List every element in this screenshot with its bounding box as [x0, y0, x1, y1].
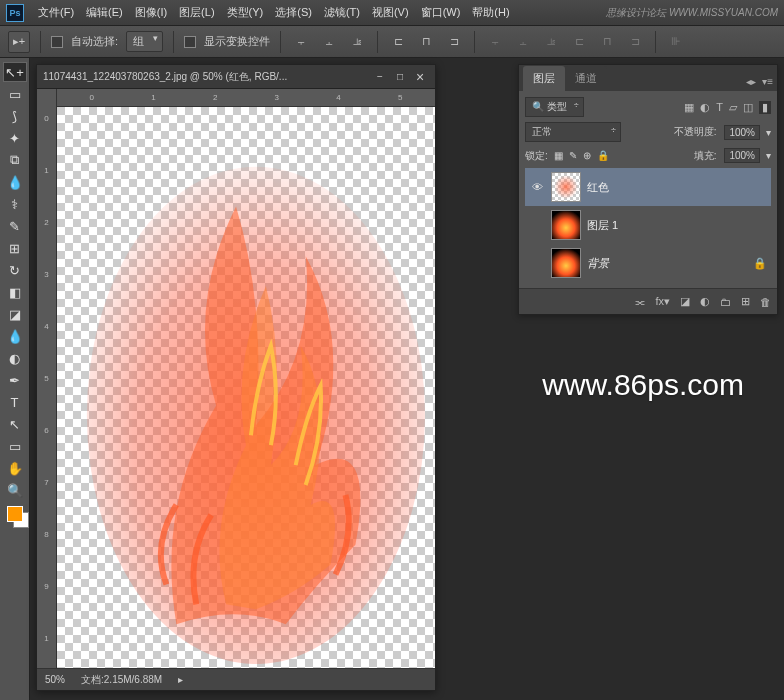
heal-tool[interactable]: ⚕: [3, 194, 27, 214]
menu-edit[interactable]: 编辑(E): [80, 5, 129, 20]
menu-view[interactable]: 视图(V): [366, 5, 415, 20]
lock-all-icon[interactable]: 🔒: [597, 150, 609, 161]
status-arrow-icon[interactable]: ▸: [178, 674, 183, 685]
canvas[interactable]: [57, 107, 435, 668]
dist-1-icon[interactable]: ⫟: [485, 32, 505, 52]
auto-select-checkbox[interactable]: [51, 36, 63, 48]
window-close-icon[interactable]: ×: [411, 70, 429, 84]
layer-thumb[interactable]: [551, 210, 581, 240]
wand-tool[interactable]: ✦: [3, 128, 27, 148]
visibility-icon[interactable]: 👁: [529, 181, 545, 193]
window-min-icon[interactable]: −: [371, 70, 389, 84]
transform-label: 显示变换控件: [204, 34, 270, 49]
tab-layers[interactable]: 图层: [523, 66, 565, 91]
layer-name[interactable]: 背景: [587, 256, 747, 271]
fill-input[interactable]: 100%: [724, 148, 760, 163]
brush-tool[interactable]: ✎: [3, 216, 27, 236]
tools-panel: ↖+ ▭ ⟆ ✦ ⧉ 💧 ⚕ ✎ ⊞ ↻ ◧ ◪ 💧 ◐ ✒ T ↖ ▭ ✋ 🔍: [0, 58, 30, 700]
dist-6-icon[interactable]: ⊐: [625, 32, 645, 52]
align-hcenter-icon[interactable]: ⊓: [416, 32, 436, 52]
menu-help[interactable]: 帮助(H): [466, 5, 515, 20]
menu-layer[interactable]: 图层(L): [173, 5, 220, 20]
pen-tool[interactable]: ✒: [3, 370, 27, 390]
lock-move-icon[interactable]: ⊕: [583, 150, 591, 161]
align-right-icon[interactable]: ⊐: [444, 32, 464, 52]
lock-icon: 🔒: [753, 257, 767, 270]
panel-menu-icon[interactable]: ▾≡: [762, 76, 773, 87]
window-max-icon[interactable]: □: [391, 70, 409, 84]
filter-shape-icon[interactable]: ▱: [729, 101, 737, 114]
mask-icon[interactable]: ◪: [680, 295, 690, 308]
fx-icon[interactable]: fx▾: [655, 295, 670, 308]
eyedropper-tool[interactable]: 💧: [3, 172, 27, 192]
lock-trans-icon[interactable]: ▦: [554, 150, 563, 161]
lock-label: 锁定:: [525, 149, 548, 163]
document-tab[interactable]: 11074431_122403780263_2.jpg @ 50% (红色, R…: [37, 65, 435, 89]
align-left-icon[interactable]: ⊏: [388, 32, 408, 52]
menu-select[interactable]: 选择(S): [269, 5, 318, 20]
layer-row[interactable]: 图层 1: [525, 206, 771, 244]
filter-toggle[interactable]: ▮: [759, 101, 771, 114]
auto-select-dropdown[interactable]: 组: [126, 31, 163, 52]
layer-name[interactable]: 图层 1: [587, 218, 767, 233]
dist-2-icon[interactable]: ⫠: [513, 32, 533, 52]
zoom-value[interactable]: 50%: [45, 674, 65, 685]
opacity-input[interactable]: 100%: [724, 125, 760, 140]
lock-paint-icon[interactable]: ✎: [569, 150, 577, 161]
layer-row[interactable]: 👁 红色: [525, 168, 771, 206]
transform-checkbox[interactable]: [184, 36, 196, 48]
menu-window[interactable]: 窗口(W): [415, 5, 467, 20]
arrange-icon[interactable]: ⊪: [666, 32, 686, 52]
color-swatches[interactable]: [7, 506, 23, 538]
history-brush-tool[interactable]: ↻: [3, 260, 27, 280]
layer-name[interactable]: 红色: [587, 180, 767, 195]
align-top-icon[interactable]: ⫟: [291, 32, 311, 52]
eraser-tool[interactable]: ◧: [3, 282, 27, 302]
menu-image[interactable]: 图像(I): [129, 5, 173, 20]
gradient-tool[interactable]: ◪: [3, 304, 27, 324]
dodge-tool[interactable]: ◐: [3, 348, 27, 368]
path-tool[interactable]: ↖: [3, 414, 27, 434]
menu-filter[interactable]: 滤镜(T): [318, 5, 366, 20]
ruler-vertical: 01234567891: [37, 89, 57, 668]
marquee-tool[interactable]: ▭: [3, 84, 27, 104]
filter-type-icon[interactable]: T: [716, 101, 723, 114]
dist-4-icon[interactable]: ⊏: [569, 32, 589, 52]
layer-thumb[interactable]: [551, 172, 581, 202]
dist-5-icon[interactable]: ⊓: [597, 32, 617, 52]
adjust-icon[interactable]: ◐: [700, 295, 710, 308]
filter-pixel-icon[interactable]: ▦: [684, 101, 694, 114]
filter-smart-icon[interactable]: ◫: [743, 101, 753, 114]
zoom-tool[interactable]: 🔍: [3, 480, 27, 500]
dist-3-icon[interactable]: ⫡: [541, 32, 561, 52]
crop-tool[interactable]: ⧉: [3, 150, 27, 170]
fill-label: 填充:: [694, 149, 717, 163]
new-layer-icon[interactable]: ⊞: [741, 295, 750, 308]
link-icon[interactable]: ⫘: [634, 296, 645, 308]
align-bottom-icon[interactable]: ⫡: [347, 32, 367, 52]
canvas-image: [57, 107, 435, 664]
align-vcenter-icon[interactable]: ⫠: [319, 32, 339, 52]
menu-file[interactable]: 文件(F): [32, 5, 80, 20]
foreground-color[interactable]: [7, 506, 23, 522]
filter-adjust-icon[interactable]: ◐: [700, 101, 710, 114]
panel-collapse-icon[interactable]: ◂▸: [746, 76, 756, 87]
layer-row[interactable]: 背景 🔒: [525, 244, 771, 282]
opacity-label: 不透明度:: [674, 125, 717, 139]
shape-tool[interactable]: ▭: [3, 436, 27, 456]
trash-icon[interactable]: 🗑: [760, 296, 771, 308]
menu-type[interactable]: 类型(Y): [221, 5, 270, 20]
move-tool[interactable]: ↖+: [3, 62, 27, 82]
blur-tool[interactable]: 💧: [3, 326, 27, 346]
stamp-tool[interactable]: ⊞: [3, 238, 27, 258]
blend-mode-dropdown[interactable]: 正常: [525, 122, 621, 142]
status-bar: 50% 文档:2.15M/6.88M ▸: [37, 668, 435, 690]
layer-filter-dropdown[interactable]: 🔍 类型: [525, 97, 584, 117]
move-tool-icon[interactable]: ▸+: [8, 31, 30, 53]
tab-channels[interactable]: 通道: [565, 66, 607, 91]
folder-icon[interactable]: 🗀: [720, 296, 731, 308]
layer-thumb[interactable]: [551, 248, 581, 278]
lasso-tool[interactable]: ⟆: [3, 106, 27, 126]
type-tool[interactable]: T: [3, 392, 27, 412]
hand-tool[interactable]: ✋: [3, 458, 27, 478]
